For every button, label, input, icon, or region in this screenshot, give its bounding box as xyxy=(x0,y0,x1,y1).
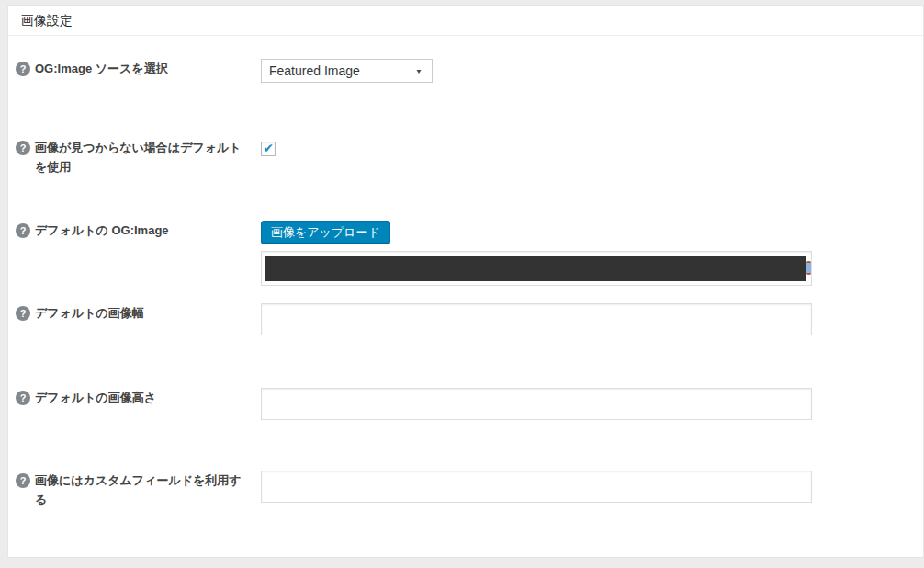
help-icon[interactable]: ? xyxy=(16,391,30,405)
settings-form: ? OG:Image ソースを選択 Featured Image ▼ ? 画像が… xyxy=(8,36,923,510)
row-default-width: ? デフォルトの画像幅 xyxy=(16,303,923,388)
label-default-og-image: ? デフォルトの OG:Image xyxy=(16,221,245,240)
redaction-artifact xyxy=(806,261,811,275)
row-label: OG:Image ソースを選択 xyxy=(35,59,168,78)
image-settings-panel: 画像設定 ? OG:Image ソースを選択 Featured Image ▼ … xyxy=(7,5,924,558)
row-label: デフォルトの画像高さ xyxy=(35,388,156,407)
chevron-down-icon: ▼ xyxy=(415,67,423,74)
label-default-if-missing: ? 画像が見つからない場合はデフォルトを使用 xyxy=(16,138,245,177)
default-og-image-url-field[interactable] xyxy=(261,251,812,286)
row-default-height: ? デフォルトの画像高さ xyxy=(16,388,923,471)
upload-image-button[interactable]: 画像をアップロード xyxy=(261,221,390,244)
og-image-source-select[interactable]: Featured Image ▼ xyxy=(261,59,433,83)
row-label: 画像が見つからない場合はデフォルトを使用 xyxy=(35,138,245,177)
redacted-value xyxy=(265,256,806,281)
label-default-width: ? デフォルトの画像幅 xyxy=(16,303,245,323)
help-icon[interactable]: ? xyxy=(16,223,30,238)
selected-option-label: Featured Image xyxy=(269,63,360,78)
label-custom-field: ? 画像にはカスタムフィールドを利用する xyxy=(16,471,245,510)
help-icon[interactable]: ? xyxy=(16,306,30,321)
help-icon[interactable]: ? xyxy=(16,473,30,488)
default-width-field[interactable] xyxy=(261,303,812,335)
label-og-image-source: ? OG:Image ソースを選択 xyxy=(16,59,245,78)
row-og-image-source: ? OG:Image ソースを選択 Featured Image ▼ xyxy=(16,59,923,138)
default-if-missing-checkbox[interactable]: ✔ xyxy=(261,142,276,156)
label-default-height: ? デフォルトの画像高さ xyxy=(16,388,245,407)
panel-title: 画像設定 xyxy=(8,6,923,36)
row-custom-field: ? 画像にはカスタムフィールドを利用する xyxy=(16,471,923,510)
checkmark-icon: ✔ xyxy=(263,141,274,155)
help-icon[interactable]: ? xyxy=(16,62,30,76)
help-icon[interactable]: ? xyxy=(16,141,30,155)
row-label: デフォルトの OG:Image xyxy=(35,221,169,240)
row-label: 画像にはカスタムフィールドを利用する xyxy=(35,471,245,510)
row-default-og-image: ? デフォルトの OG:Image 画像をアップロード xyxy=(16,221,923,303)
row-default-if-missing: ? 画像が見つからない場合はデフォルトを使用 ✔ xyxy=(16,138,923,221)
default-height-field[interactable] xyxy=(261,388,812,420)
row-label: デフォルトの画像幅 xyxy=(35,303,144,323)
custom-field-input[interactable] xyxy=(261,471,812,503)
